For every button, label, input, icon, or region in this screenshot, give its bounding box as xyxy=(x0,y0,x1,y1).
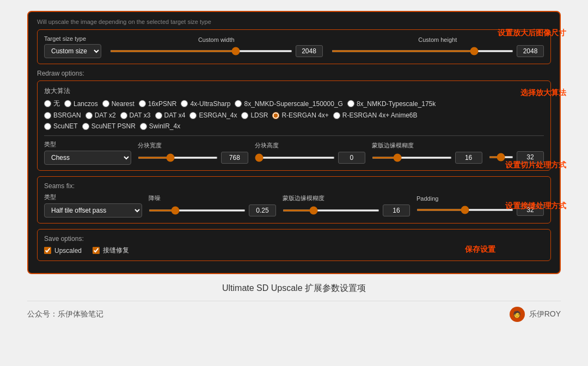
seam-padding-value: 32 xyxy=(517,204,544,216)
algo-option-scunet[interactable]: ScuNET xyxy=(44,122,78,130)
seam-blur-value: 16 xyxy=(383,204,410,216)
seam-denoise-slider[interactable] xyxy=(149,209,246,212)
target-size-section: Target size type Custom size Custom widt… xyxy=(37,29,551,64)
algo-option-bsrgan[interactable]: BSRGAN xyxy=(44,111,81,119)
tile-type-select[interactable]: Chess xyxy=(44,151,131,165)
algo-option-resrgan4x[interactable]: R-ESRGAN 4x+ xyxy=(272,111,328,119)
algo-option-scunetpsnr[interactable]: ScuNET PSNR xyxy=(82,122,136,130)
seam-denoise-value: 0.25 xyxy=(249,204,276,216)
target-size-label: Target size type xyxy=(44,35,101,42)
seam-fix-option[interactable]: 接缝修复 xyxy=(93,246,129,255)
seam-type-label: 类型 xyxy=(44,193,142,201)
algo-row-1: 无 Lanczos Nearest 16xPSNR xyxy=(44,99,544,108)
tile-width-label: 分块宽度 xyxy=(138,141,248,150)
avatar-icon: 🧑 xyxy=(513,311,521,318)
algo-option-typescale[interactable]: 8x_NMKD-Typescale_175k xyxy=(347,99,436,108)
tile-params-row: 类型 Chess 分块宽度 768 分块高度 xyxy=(44,140,544,165)
tile-height-value: 0 xyxy=(338,152,365,164)
algo-option-nearest[interactable]: Nearest xyxy=(102,99,134,108)
algo-option-datx4[interactable]: DAT x4 xyxy=(155,111,186,119)
algo-option-swinir[interactable]: SwinIR_4x xyxy=(140,122,180,130)
tile-padding-label xyxy=(489,142,544,149)
tile-type-label: 类型 xyxy=(44,140,131,148)
main-panel: Will upscale the image depending on the … xyxy=(27,11,561,274)
avatar: 🧑 xyxy=(510,307,525,322)
algo-option-esrgan4x[interactable]: ESRGAN_4x xyxy=(189,111,237,119)
algo-option-resrgan4xanime[interactable]: R-ESRGAN 4x+ Anime6B xyxy=(333,111,418,119)
footer-title: Ultimate SD Upscale 扩展参数设置项 xyxy=(222,283,366,294)
footer-left-text: 公众号：乐伊体验笔记 xyxy=(27,309,103,319)
seam-denoise-label: 降噪 xyxy=(149,194,276,202)
target-size-select[interactable]: Custom size xyxy=(44,44,101,58)
save-label: Save options: xyxy=(44,235,544,243)
save-options-row: Upscaled 接缝修复 xyxy=(44,246,544,255)
custom-height-value: 2048 xyxy=(517,45,544,57)
seam-padding-label: Padding xyxy=(416,195,544,202)
seam-blur-slider[interactable] xyxy=(283,209,379,212)
algo-option-lanczos[interactable]: Lanczos xyxy=(64,99,98,108)
algo-option-datx3[interactable]: DAT x3 xyxy=(120,111,151,119)
algo-option-superscale[interactable]: 8x_NMKD-Superscale_150000_G xyxy=(235,99,342,108)
seams-params-row: 类型 Half tile offset pass 降噪 0.25 蒙版边缘模糊度 xyxy=(44,193,544,218)
seam-blur-label: 蒙版边缘模糊度 xyxy=(283,194,410,202)
algo-option-wu[interactable]: 无 xyxy=(44,99,60,108)
redraw-label: Redraw options: xyxy=(37,70,551,77)
tile-blur-value: 16 xyxy=(455,152,482,164)
custom-height-slider[interactable] xyxy=(332,50,514,52)
tile-height-label: 分块高度 xyxy=(255,141,365,150)
tile-height-slider[interactable] xyxy=(255,157,335,159)
footer-right: 🧑 乐伊ROY xyxy=(510,307,561,322)
seams-section: Seams fix: 类型 Half tile offset pass 降噪 0… xyxy=(37,176,551,224)
seam-type-select[interactable]: Half tile offset pass xyxy=(44,203,142,218)
algo-grid: 无 Lanczos Nearest 16xPSNR xyxy=(44,99,544,130)
algo-option-psnr[interactable]: 16xPSNR xyxy=(139,99,177,108)
footer-bar: 公众号：乐伊体验笔记 🧑 乐伊ROY xyxy=(27,301,561,327)
seam-fix-checkbox[interactable] xyxy=(93,247,100,254)
tile-padding-value: 32 xyxy=(517,151,544,163)
algo-row-2: BSRGAN DAT x2 DAT x3 DAT x4 xyxy=(44,111,544,119)
top-info: Will upscale the image depending on the … xyxy=(37,18,551,25)
seam-padding-slider[interactable] xyxy=(416,209,513,211)
custom-height-label: Custom height xyxy=(418,36,457,43)
algo-row-3: ScuNET ScuNET PSNR SwinIR_4x xyxy=(44,122,544,130)
tile-blur-label: 蒙版边缘模糊度 xyxy=(372,141,482,150)
algo-chinese-label: 放大算法 xyxy=(44,86,544,96)
tile-width-slider[interactable] xyxy=(138,157,218,159)
algo-section: 放大算法 无 Lanczos Nearest xyxy=(37,80,551,171)
custom-width-value: 2048 xyxy=(296,45,323,57)
seams-label: Seams fix: xyxy=(44,182,544,190)
tile-padding-slider[interactable] xyxy=(489,156,513,158)
upscaled-label: Upscaled xyxy=(54,247,82,255)
save-section: Save options: Upscaled 接缝修复 xyxy=(37,229,551,261)
footer-right-text: 乐伊ROY xyxy=(529,309,561,319)
upscaled-checkbox[interactable] xyxy=(44,247,51,254)
algo-option-ldsr[interactable]: LDSR xyxy=(241,111,268,119)
tile-blur-slider[interactable] xyxy=(372,157,452,159)
algo-option-ultrasharp[interactable]: 4x-UltraSharp xyxy=(181,99,230,108)
custom-width-slider[interactable] xyxy=(110,50,292,52)
custom-width-label: Custom width xyxy=(198,36,235,43)
tile-width-value: 768 xyxy=(221,152,248,164)
algo-option-datx2[interactable]: DAT x2 xyxy=(85,111,116,119)
seam-fix-label: 接缝修复 xyxy=(103,246,129,255)
upscaled-option[interactable]: Upscaled xyxy=(44,247,82,255)
